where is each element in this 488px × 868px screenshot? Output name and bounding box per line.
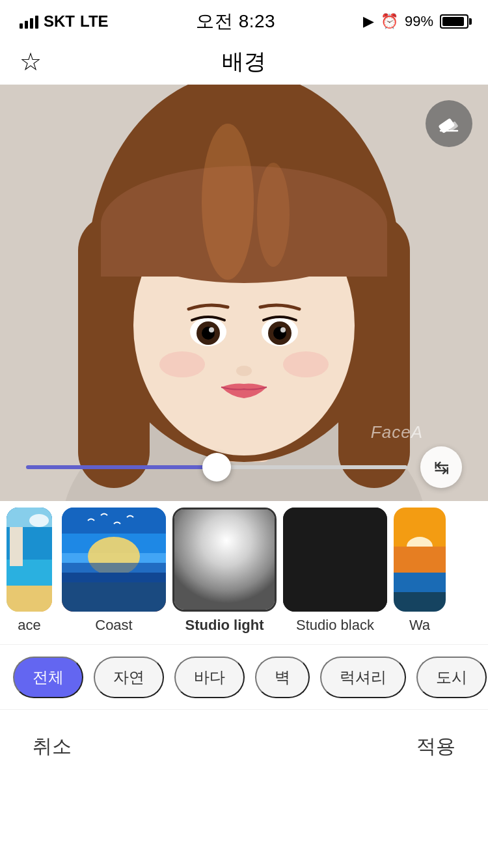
network-type: LTE	[80, 12, 109, 31]
category-luxury[interactable]: 럭셔리	[320, 657, 406, 698]
apply-button[interactable]: 적용	[416, 733, 455, 760]
category-nature[interactable]: 자연	[94, 657, 164, 698]
status-right: ▶ ⏰ 99%	[363, 13, 468, 30]
watermark: FaceA	[371, 422, 423, 442]
svg-point-19	[236, 366, 252, 376]
erase-icon	[437, 111, 461, 136]
svg-rect-43	[394, 573, 446, 592]
status-bar: SKT LTE 오전 8:23 ▶ ⏰ 99%	[0, 0, 488, 39]
thumbnail-studio-black-label: Studio black	[296, 617, 374, 634]
svg-point-17	[209, 327, 214, 332]
svg-rect-42	[394, 547, 446, 573]
thumbnail-beach-img	[7, 508, 52, 612]
svg-point-20	[159, 351, 205, 377]
thumbnail-coast-label: Coast	[95, 617, 132, 634]
expand-icon: ↹	[434, 457, 449, 478]
svg-rect-28	[10, 527, 23, 566]
svg-rect-35	[62, 573, 166, 612]
thumbnail-studio-black-img	[283, 508, 387, 612]
thumbnail-studio-black[interactable]: Studio black	[280, 508, 390, 634]
carrier-label: SKT	[44, 12, 75, 31]
preview-area: FaceA ↹	[0, 85, 488, 501]
cancel-button[interactable]: 취소	[33, 733, 72, 760]
category-city[interactable]: 도시	[416, 657, 487, 698]
svg-point-10	[257, 163, 290, 267]
svg-rect-33	[62, 553, 166, 573]
thumbnails-scroll[interactable]: ace Coast	[0, 508, 449, 640]
star-button[interactable]: ☆	[20, 49, 42, 74]
battery-percent: 99%	[405, 13, 433, 30]
svg-rect-31	[62, 508, 166, 547]
thumbnail-studio-light[interactable]: Studio light	[169, 508, 280, 634]
signal-icon	[20, 14, 38, 29]
erase-button[interactable]	[426, 100, 472, 147]
category-tabs: 전체 자연 바다 벽 럭셔리 도시 햇빛	[0, 644, 488, 709]
svg-rect-32	[62, 534, 166, 560]
svg-point-18	[280, 327, 286, 332]
thumbnail-coast-img	[62, 508, 166, 612]
thumbnail-beach[interactable]: ace	[0, 508, 59, 634]
expand-button[interactable]: ↹	[420, 446, 462, 488]
thumbnails-section: ace Coast	[0, 501, 488, 644]
location-icon: ▶	[363, 13, 374, 30]
slider-track[interactable]	[26, 465, 407, 469]
slider-thumb[interactable]	[202, 453, 231, 481]
svg-point-21	[283, 351, 329, 377]
category-sea[interactable]: 바다	[174, 657, 245, 698]
action-bar: 취소 적용	[0, 709, 488, 783]
svg-point-9	[202, 124, 254, 280]
thumbnail-warm[interactable]: Wa	[390, 508, 449, 634]
svg-point-30	[29, 514, 49, 527]
svg-rect-36	[62, 563, 166, 582]
time-display: 오전 8:23	[196, 9, 275, 34]
thumbnail-warm-img	[394, 508, 446, 612]
category-all[interactable]: 전체	[13, 657, 83, 698]
thumbnail-studio-light-img	[172, 508, 277, 612]
svg-point-34	[88, 537, 140, 576]
thumbnail-studio-light-label: Studio light	[185, 617, 264, 634]
battery-icon	[440, 14, 468, 29]
category-wall[interactable]: 벽	[255, 657, 310, 698]
page-title: 배경	[222, 47, 266, 77]
thumbnail-warm-label: Wa	[409, 617, 430, 634]
svg-rect-27	[7, 586, 52, 612]
svg-rect-39	[283, 508, 387, 612]
thumbnail-coast[interactable]: Coast	[59, 508, 169, 634]
svg-rect-44	[394, 592, 446, 612]
status-left: SKT LTE	[20, 12, 109, 31]
alarm-icon: ⏰	[381, 13, 398, 30]
thumbnail-beach-label: ace	[18, 617, 40, 634]
slider-area[interactable]: ↹	[0, 446, 488, 488]
header: ☆ 배경	[0, 39, 488, 85]
svg-rect-38	[174, 509, 277, 612]
